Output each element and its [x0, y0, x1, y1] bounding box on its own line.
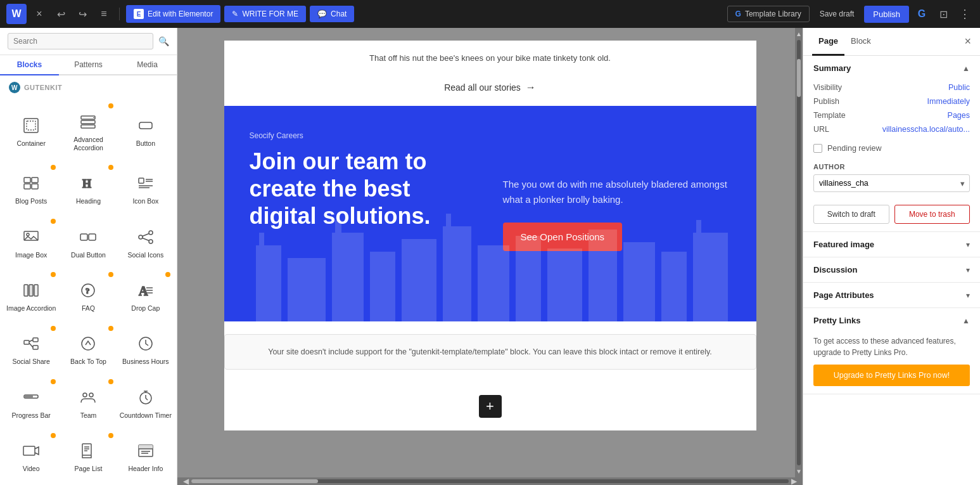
- upgrade-pretty-links-button[interactable]: Upgrade to Pretty Links Pro now!: [813, 365, 970, 386]
- advanced-accordion-icon: [77, 110, 99, 133]
- publish-row: Publish Immediately: [813, 97, 970, 106]
- badge: [108, 165, 113, 170]
- block-item-dual-button[interactable]: Dual Button: [60, 215, 117, 268]
- svg-rect-1: [27, 121, 35, 130]
- icon-box-label: Icon Box: [132, 197, 158, 205]
- tab-blocks[interactable]: Blocks: [0, 55, 59, 75]
- header-info-label: Header Info: [128, 465, 163, 473]
- svg-rect-61: [288, 258, 326, 321]
- block-item-image-accordion[interactable]: Image Accordion: [3, 268, 60, 321]
- svg-rect-35: [24, 340, 29, 344]
- search-input[interactable]: [8, 33, 153, 49]
- search-container: 🔍: [0, 28, 177, 55]
- svg-rect-68: [478, 245, 509, 321]
- tab-media[interactable]: Media: [118, 55, 177, 75]
- block-item-social-share[interactable]: Social Share: [3, 322, 60, 375]
- wp-logo: W: [6, 4, 27, 24]
- tab-block[interactable]: Block: [844, 28, 877, 56]
- block-item-icon-box[interactable]: Icon Box: [117, 161, 174, 214]
- move-to-trash-button[interactable]: Move to trash: [894, 205, 970, 224]
- badge: [51, 326, 56, 331]
- block-item-countdown-timer[interactable]: Countdown Timer: [117, 375, 174, 429]
- right-sidebar-close-button[interactable]: ×: [964, 35, 971, 48]
- switch-to-draft-button[interactable]: Switch to draft: [813, 205, 889, 224]
- publish-button[interactable]: Publish: [864, 6, 909, 23]
- svg-rect-43: [24, 395, 33, 398]
- svg-rect-64: [370, 252, 395, 321]
- read-more-link[interactable]: Read all our stories →: [224, 75, 756, 106]
- pending-review-checkbox[interactable]: [813, 144, 822, 153]
- template-value[interactable]: Pages: [948, 111, 970, 120]
- svg-point-23: [149, 240, 153, 243]
- author-select[interactable]: villainess_cha: [813, 174, 970, 192]
- faq-icon: ?: [77, 279, 99, 302]
- template-library-button[interactable]: G Template Library: [727, 6, 810, 22]
- block-item-blog-posts[interactable]: Blog Posts: [3, 161, 60, 214]
- block-item-faq[interactable]: ? FAQ: [60, 268, 117, 321]
- page-attributes-header[interactable]: Page Attributes ▾: [803, 283, 980, 307]
- blog-posts-icon: [20, 172, 42, 195]
- svg-point-21: [139, 235, 143, 239]
- block-item-team[interactable]: Team: [60, 375, 117, 429]
- svg-point-44: [83, 393, 87, 397]
- svg-rect-7: [24, 178, 30, 183]
- visibility-value[interactable]: Public: [948, 83, 970, 92]
- url-value[interactable]: villainesscha.local/auto...: [882, 125, 970, 134]
- block-item-button[interactable]: Button: [117, 100, 174, 161]
- tools-button[interactable]: ≡: [95, 5, 113, 23]
- faq-label: FAQ: [82, 304, 95, 313]
- edit-elementor-button[interactable]: E Edit with Elementor: [126, 5, 220, 23]
- featured-image-header[interactable]: Featured image ▾: [803, 232, 980, 257]
- block-item-progress-bar[interactable]: Progress Bar: [3, 375, 60, 429]
- block-item-video[interactable]: Video: [3, 429, 60, 483]
- scroll-left-button[interactable]: ◀: [181, 477, 191, 485]
- discussion-title: Discussion: [813, 265, 857, 275]
- close-button[interactable]: ×: [30, 5, 48, 23]
- scroll-right-button[interactable]: ▶: [789, 477, 799, 485]
- block-item-image-box[interactable]: Image Box: [3, 215, 60, 268]
- write-for-me-button[interactable]: ✎ WRITE FOR ME: [224, 6, 306, 22]
- sidebar-tabs: Blocks Patterns Media: [0, 55, 177, 75]
- discussion-header[interactable]: Discussion ▾: [803, 257, 980, 282]
- left-sidebar: 🔍 Blocks Patterns Media W GUTENKIT Conta…: [0, 28, 177, 485]
- block-item-heading[interactable]: H Heading: [60, 161, 117, 214]
- section-gutenkit: W GUTENKIT: [0, 75, 177, 97]
- svg-point-18: [27, 233, 29, 236]
- view-button[interactable]: ⊡: [934, 5, 952, 23]
- publish-value[interactable]: Immediately: [927, 97, 970, 106]
- block-item-drop-cap[interactable]: A Drop Cap: [117, 268, 174, 321]
- chat-button[interactable]: 💬 Chat: [310, 6, 354, 22]
- more-options-button[interactable]: ⋮: [956, 5, 974, 23]
- scroll-down-button[interactable]: ▼: [796, 468, 802, 475]
- scroll-up-button[interactable]: ▲: [796, 30, 802, 37]
- pending-review-label: Pending review: [827, 144, 881, 153]
- tab-page[interactable]: Page: [812, 28, 844, 56]
- block-item-back-to-top[interactable]: Back To Top: [60, 322, 117, 375]
- google-button[interactable]: G: [913, 5, 931, 23]
- summary-header[interactable]: Summary ▲: [803, 56, 980, 81]
- add-block-button[interactable]: +: [479, 395, 502, 418]
- block-item-header-info[interactable]: Header Info: [117, 429, 174, 483]
- badge: [51, 272, 56, 277]
- scrollbar-thumb[interactable]: [191, 479, 318, 483]
- tab-patterns[interactable]: Patterns: [59, 55, 118, 75]
- image-accordion-label: Image Accordion: [6, 304, 56, 313]
- block-item-advanced-accordion[interactable]: Advanced Accordion: [60, 100, 117, 161]
- svg-rect-63: [335, 220, 341, 233]
- vscroll-thumb[interactable]: [797, 59, 801, 97]
- undo-button[interactable]: ↩: [52, 5, 70, 23]
- block-item-business-hours[interactable]: Business Hours: [117, 322, 174, 375]
- dual-button-label: Dual Button: [71, 251, 106, 259]
- pretty-links-header[interactable]: Pretty Links ▲: [803, 308, 980, 333]
- block-item-container[interactable]: Container: [3, 100, 60, 161]
- svg-rect-66: [443, 226, 471, 321]
- redo-button[interactable]: ↪: [73, 5, 91, 23]
- discussion-section: Discussion ▾: [803, 257, 980, 283]
- blog-posts-label: Blog Posts: [15, 197, 47, 205]
- block-item-page-list[interactable]: Page List: [60, 429, 117, 483]
- svg-line-25: [143, 238, 149, 240]
- pretty-links-toggle-icon: ▲: [962, 316, 970, 325]
- block-item-social-icons[interactable]: Social Icons: [117, 215, 174, 268]
- image-box-icon: [20, 226, 42, 249]
- save-draft-button[interactable]: Save draft: [813, 6, 861, 22]
